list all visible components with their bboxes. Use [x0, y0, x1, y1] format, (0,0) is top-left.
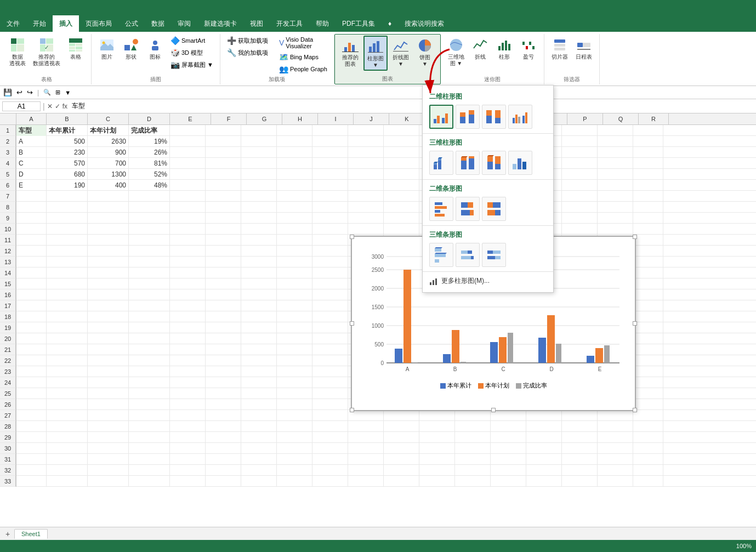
- cell-3-8[interactable]: [277, 147, 312, 158]
- cell-4-9[interactable]: [312, 158, 348, 169]
- cell-27-1[interactable]: [16, 410, 47, 421]
- cell-16-2[interactable]: [47, 289, 88, 300]
- tab-search[interactable]: 搜索说明搜索: [398, 15, 451, 32]
- table-row[interactable]: [16, 410, 756, 421]
- cell-28-8[interactable]: [277, 421, 312, 432]
- cell-31-15[interactable]: [526, 454, 562, 465]
- cell-8-6[interactable]: [206, 202, 241, 213]
- btn-2d-bar-100stacked[interactable]: [482, 197, 506, 221]
- cell-33-18[interactable]: [633, 476, 663, 487]
- table-row[interactable]: B23090026%: [16, 147, 756, 158]
- cell-7-18[interactable]: [633, 191, 663, 202]
- cell-30-13[interactable]: [455, 443, 491, 454]
- cell-28-13[interactable]: [455, 421, 491, 432]
- cell-33-10[interactable]: [348, 476, 384, 487]
- cell-13-2[interactable]: [47, 257, 88, 268]
- cell-3-1[interactable]: B: [16, 147, 47, 158]
- cell-7-10[interactable]: [348, 191, 384, 202]
- cell-28-18[interactable]: [633, 421, 663, 432]
- cell-2-8[interactable]: [277, 136, 312, 147]
- btn-screenshot[interactable]: 📷 屏幕截图 ▼: [168, 59, 215, 70]
- cell-7-2[interactable]: [47, 191, 88, 202]
- cell-6-11[interactable]: [384, 180, 419, 191]
- cell-8-16[interactable]: [562, 202, 598, 213]
- cell-28-17[interactable]: [598, 421, 633, 432]
- cell-30-17[interactable]: [598, 443, 633, 454]
- cell-3-3[interactable]: 900: [88, 147, 129, 158]
- cell-21-3[interactable]: [88, 344, 129, 355]
- cell-8-4[interactable]: [129, 202, 170, 213]
- cell-8-10[interactable]: [348, 202, 384, 213]
- cell-33-15[interactable]: [526, 476, 562, 487]
- cell-1-16[interactable]: [562, 125, 598, 136]
- btn-pivot-table[interactable]: 数据透视表: [7, 35, 29, 68]
- cell-30-18[interactable]: [633, 443, 663, 454]
- cell-10-16[interactable]: [562, 224, 598, 235]
- cell-31-18[interactable]: [633, 454, 663, 465]
- cell-28-4[interactable]: [129, 421, 170, 432]
- cell-31-6[interactable]: [206, 454, 241, 465]
- cell-1-10[interactable]: [348, 125, 384, 136]
- cell-9-11[interactable]: [384, 213, 419, 224]
- btn-3d-bar-grouped[interactable]: [429, 243, 453, 267]
- cell-11-18[interactable]: [633, 235, 663, 246]
- cell-24-7[interactable]: [241, 377, 277, 388]
- cell-4-3[interactable]: 700: [88, 158, 129, 169]
- cell-6-10[interactable]: [348, 180, 384, 191]
- cell-26-5[interactable]: [170, 399, 206, 410]
- cell-20-1[interactable]: [16, 333, 47, 344]
- tab-layout[interactable]: 页面布局: [79, 15, 118, 32]
- cell-2-2[interactable]: 500: [47, 136, 88, 147]
- btn-image[interactable]: 图片: [96, 35, 118, 61]
- cell-29-2[interactable]: [47, 432, 88, 443]
- cell-17-7[interactable]: [241, 300, 277, 311]
- cell-26-1[interactable]: [16, 399, 47, 410]
- cell-28-6[interactable]: [206, 421, 241, 432]
- cell-18-3[interactable]: [88, 311, 129, 322]
- cell-28-14[interactable]: [491, 421, 526, 432]
- cell-13-6[interactable]: [206, 257, 241, 268]
- cell-26-7[interactable]: [241, 399, 277, 410]
- cell-6-16[interactable]: [562, 180, 598, 191]
- tab-home[interactable]: 开始: [26, 15, 53, 32]
- tab-new[interactable]: 新建选项卡: [197, 15, 243, 32]
- fit-icon[interactable]: ⊞: [55, 89, 60, 96]
- cell-4-18[interactable]: [633, 158, 663, 169]
- cell-14-7[interactable]: [241, 268, 277, 278]
- btn-get-addins[interactable]: ➕ 获取加载项: [225, 35, 270, 46]
- cell-6-5[interactable]: [170, 180, 206, 191]
- cell-12-4[interactable]: [129, 246, 170, 257]
- cell-13-5[interactable]: [170, 257, 206, 268]
- cell-29-11[interactable]: [384, 432, 419, 443]
- cell-16-7[interactable]: [241, 289, 277, 300]
- cell-20-6[interactable]: [206, 333, 241, 344]
- cell-32-9[interactable]: [312, 465, 348, 476]
- cell-31-11[interactable]: [384, 454, 419, 465]
- cell-19-5[interactable]: [170, 322, 206, 333]
- cell-9-9[interactable]: [312, 213, 348, 224]
- cell-17-6[interactable]: [206, 300, 241, 311]
- cell-9-10[interactable]: [348, 213, 384, 224]
- cell-5-18[interactable]: [633, 169, 663, 180]
- cell-4-1[interactable]: C: [16, 158, 47, 169]
- cell-20-18[interactable]: [633, 333, 663, 344]
- cell-29-5[interactable]: [170, 432, 206, 443]
- cell-10-10[interactable]: [348, 224, 384, 235]
- btn-smartart[interactable]: 🔷 SmartArt: [168, 35, 215, 46]
- cell-16-6[interactable]: [206, 289, 241, 300]
- cell-15-6[interactable]: [206, 278, 241, 289]
- cell-31-10[interactable]: [348, 454, 384, 465]
- cell-10-11[interactable]: [384, 224, 419, 235]
- cell-20-2[interactable]: [47, 333, 88, 344]
- cell-1-8[interactable]: [277, 125, 312, 136]
- cell-8-3[interactable]: [88, 202, 129, 213]
- cell-30-11[interactable]: [384, 443, 419, 454]
- cell-23-2[interactable]: [47, 366, 88, 377]
- cell-19-6[interactable]: [206, 322, 241, 333]
- cell-27-5[interactable]: [170, 410, 206, 421]
- cell-2-11[interactable]: [384, 136, 419, 147]
- cell-27-15[interactable]: [526, 410, 562, 421]
- cell-27-12[interactable]: [419, 410, 455, 421]
- cell-9-16[interactable]: [562, 213, 598, 224]
- cell-7-3[interactable]: [88, 191, 129, 202]
